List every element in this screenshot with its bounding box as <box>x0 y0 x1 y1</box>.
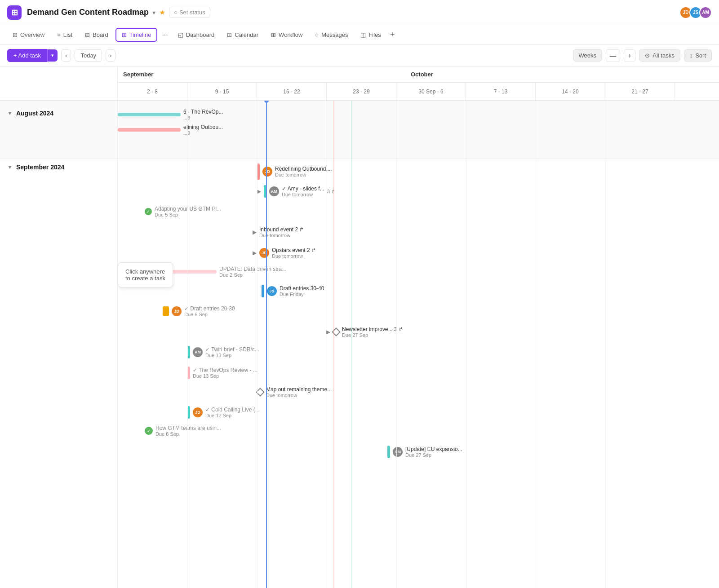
timeline-content[interactable]: 6 - The RevOp... ...9 efining Outbou... … <box>118 101 719 588</box>
task-twirl-brief[interactable]: AM ✓ Twirl brief - SDR/c... Due 13 Sep <box>187 346 259 358</box>
task-newsletter[interactable]: ▶ Newsletter improve... 3 ↱ Due 27 Sep <box>326 326 403 338</box>
task-revops-review[interactable]: ✓ The RevOps Review - ... Due 13 Sep <box>187 367 257 379</box>
task-label-amy: ✓ Amy - slides f... <box>282 186 324 192</box>
week-23-29: 23 - 29 <box>327 83 396 101</box>
timeline-area[interactable]: September October 2 - 8 9 - 15 16 - 22 2… <box>118 66 719 588</box>
zoom-in-button[interactable]: + <box>624 49 635 62</box>
task-eu-expansion[interactable]: AM [Update] EU expansio... Due 27 Sep <box>387 446 462 458</box>
grid-line-7 <box>605 101 606 588</box>
task-opstars-event[interactable]: ▶ JD Opstars event 2 ↱ Due tomorrow <box>253 247 316 259</box>
weeks-label: Weeks <box>579 52 597 59</box>
tab-more-icon[interactable]: ··· <box>159 29 170 41</box>
week-16-22: 16 - 22 <box>257 83 327 101</box>
toolbar: + Add task ▾ ‹ Today › Weeks — + ⊙ All t… <box>0 45 719 66</box>
sidebar: ▼ August 2024 ▼ September 2024 <box>0 66 118 588</box>
august-task-label-1: 6 - The RevOp... <box>183 109 223 115</box>
app-logo[interactable]: ⊞ <box>7 5 22 20</box>
tab-calendar[interactable]: ⊡ Calendar <box>222 29 264 41</box>
task-due-adapting: Due 5 Sep <box>155 212 221 217</box>
main-area: ▼ August 2024 ▼ September 2024 September… <box>0 66 719 588</box>
all-tasks-button[interactable]: ⊙ All tasks <box>639 49 680 62</box>
task-map-themes[interactable]: Map out remaining theme... Due tomorrow <box>257 386 332 398</box>
task-bar-draft-30 <box>262 285 264 297</box>
task-due-update: Due 2 Sep <box>219 272 286 278</box>
august-task-bar-1 <box>118 113 181 116</box>
zoom-out-button[interactable]: — <box>606 49 620 62</box>
vert-line-teal-1 <box>351 101 352 588</box>
grid-line-3 <box>327 101 327 588</box>
tab-timeline[interactable]: ⊞ Timeline <box>115 28 158 42</box>
task-avatar-redefining: JD <box>262 167 272 177</box>
task-inbound-event[interactable]: ▶ Inbound event 2 ↱ Due tomorrow <box>253 226 304 238</box>
task-adapting-gtm[interactable]: ✓ Adapting your US GTM Pl... Due 5 Sep <box>145 206 221 217</box>
avatar-3[interactable]: AM <box>699 6 712 19</box>
today-button[interactable]: Today <box>75 49 102 62</box>
timeline-icon: ⊞ <box>122 31 127 38</box>
august-task-1[interactable]: 6 - The RevOp... ...9 <box>118 109 223 120</box>
add-task-button-group: + Add task ▾ <box>7 49 58 62</box>
board-icon: ⊟ <box>85 31 90 38</box>
tab-board[interactable]: ⊟ Board <box>80 29 114 41</box>
dashboard-icon: ◱ <box>178 31 183 38</box>
grid-line-1 <box>187 101 188 588</box>
files-icon: ◫ <box>360 31 366 38</box>
tab-files[interactable]: ◫ Files <box>355 29 386 41</box>
task-amy-slides[interactable]: ▶ AM ✓ Amy - slides f... Due tomorrow 3 … <box>257 185 335 198</box>
september-chevron-icon: ▼ <box>7 164 13 170</box>
week-2-8: 2 - 8 <box>118 83 187 101</box>
september-group-header[interactable]: ▼ September 2024 <box>0 159 117 175</box>
calendar-icon: ⊡ <box>227 31 232 38</box>
tab-overview[interactable]: ⊞ Overview <box>7 29 50 41</box>
week-9-15: 9 - 15 <box>187 83 257 101</box>
tab-list[interactable]: ≡ List <box>52 29 78 41</box>
project-dropdown-icon[interactable]: ▾ <box>152 9 155 16</box>
favorite-icon[interactable]: ★ <box>159 8 165 17</box>
task-draft-30-40[interactable]: JS Draft entries 30-40 Due Friday <box>262 285 324 297</box>
task-label-adapting: Adapting your US GTM Pl... <box>155 206 221 212</box>
tab-workflow[interactable]: ⊞ Workflow <box>266 29 308 41</box>
task-label-redefining: Redefining Outbound,... <box>275 166 332 172</box>
set-status-button[interactable]: ○ Set status <box>169 7 210 18</box>
task-avatar-eu: AM <box>393 447 403 457</box>
tab-dashboard[interactable]: ◱ Dashboard <box>173 29 220 41</box>
september-month-label: September <box>118 71 159 78</box>
august-task-2[interactable]: efining Outbou... ...9 <box>118 124 223 136</box>
august-group-header[interactable]: ▼ August 2024 <box>0 105 61 121</box>
task-label-revops: ✓ The RevOps Review - ... <box>193 367 257 373</box>
tab-messages[interactable]: ○ Messages <box>310 29 353 41</box>
task-due-opstars: Due tomorrow <box>272 253 316 259</box>
task-label-opstars: Opstars event 2 ↱ <box>272 247 316 253</box>
task-label-map: Map out remaining theme... <box>266 386 332 393</box>
grid-line-5 <box>466 101 466 588</box>
task-check-adapting: ✓ <box>145 208 152 215</box>
sidebar-header-spacer <box>0 66 117 101</box>
all-tasks-label: All tasks <box>652 52 674 59</box>
add-task-main-button[interactable]: + Add task <box>7 49 47 62</box>
task-label-draft-20: ✓ Draft entries 20-30 <box>184 305 235 312</box>
weeks-button[interactable]: Weeks <box>573 49 603 62</box>
task-avatar-draft-30: JS <box>267 286 277 296</box>
next-button[interactable]: › <box>106 49 115 62</box>
task-due-map: Due tomorrow <box>266 393 332 398</box>
task-label-cold: ✓ Cold Calling Live (... <box>205 407 260 413</box>
sort-button[interactable]: ↕ Sort <box>684 49 712 62</box>
task-draft-20-30[interactable]: JD ✓ Draft entries 20-30 Due 6 Sep <box>163 305 235 317</box>
click-tooltip-line2: to create a task <box>125 275 165 282</box>
task-how-gtm[interactable]: ✓ How GTM teams are usin... Due 6 Sep <box>145 425 221 437</box>
week-14-20: 14 - 20 <box>536 83 605 101</box>
tab-bar: ⊞ Overview ≡ List ⊟ Board ⊞ Timeline ···… <box>0 25 719 45</box>
add-tab-button[interactable]: + <box>388 28 397 41</box>
prev-button[interactable]: ‹ <box>61 49 71 62</box>
week-21-27: 21 - 27 <box>605 83 675 101</box>
add-task-dropdown-button[interactable]: ▾ <box>47 49 58 62</box>
task-due-gtm: Due 6 Sep <box>155 431 221 437</box>
task-due-redefining: Due tomorrow <box>275 172 332 177</box>
task-due-draft-20: Due 6 Sep <box>184 312 235 317</box>
august-task-due-1: ...9 <box>183 115 223 120</box>
august-tasks-section: 6 - The RevOp... ...9 efining Outbou... … <box>118 101 719 159</box>
task-redefining-outbound[interactable]: JD Redefining Outbound,... Due tomorrow <box>257 164 332 180</box>
project-title: Demand Gen Content Roadmap <box>27 8 149 17</box>
task-cold-calling[interactable]: JD ✓ Cold Calling Live (... Due 12 Sep <box>187 406 260 419</box>
august-task-bar-2 <box>118 128 181 132</box>
task-chevron-inbound: ▶ <box>253 229 257 235</box>
